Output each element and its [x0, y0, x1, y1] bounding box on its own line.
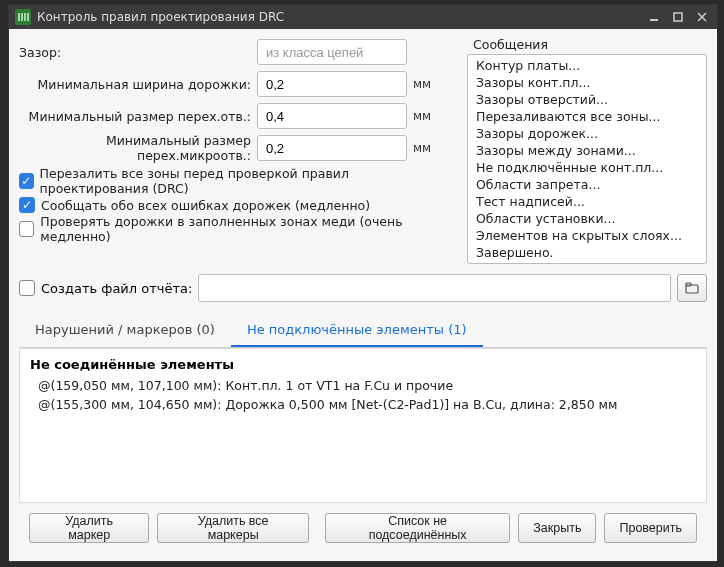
browse-button[interactable] — [677, 274, 707, 302]
messages-title: Сообщения — [467, 37, 707, 52]
test-filled-checkbox[interactable] — [19, 221, 34, 237]
result-row[interactable]: @(155,300 мм, 104,650 мм): Дорожка 0,500… — [30, 395, 696, 414]
message-item[interactable]: Тест надписей... — [468, 193, 706, 210]
close-button[interactable] — [693, 9, 711, 25]
via-size-input[interactable] — [257, 103, 407, 129]
refill-zones-checkbox[interactable] — [19, 173, 34, 189]
clearance-label: Зазор: — [19, 45, 69, 60]
message-item[interactable]: Зазоры отверстий... — [468, 91, 706, 108]
minimize-button[interactable] — [645, 9, 663, 25]
run-drc-button[interactable]: Проверить — [604, 513, 697, 543]
tabs: Нарушений / маркеров (0) Не подключённые… — [19, 314, 707, 348]
message-item[interactable]: Завершено. — [468, 244, 706, 261]
delete-all-markers-button[interactable]: Удалить все маркеры — [157, 513, 309, 543]
report-all-checkbox[interactable] — [19, 197, 35, 213]
close-dialog-button[interactable]: Закрыть — [518, 513, 596, 543]
track-width-input[interactable] — [257, 71, 407, 97]
message-item[interactable]: Зазоры между зонами... — [468, 142, 706, 159]
test-filled-label: Проверять дорожки в заполненных зонах ме… — [40, 214, 455, 244]
messages-list[interactable]: Контур платы... Зазоры конт.пл... Зазоры… — [467, 54, 707, 264]
message-item[interactable]: Перезаливаются все зоны... — [468, 108, 706, 125]
maximize-button[interactable] — [669, 9, 687, 25]
list-unconnected-button[interactable]: Список не подсоединённых — [325, 513, 510, 543]
create-report-label: Создать файл отчёта: — [41, 281, 192, 296]
delete-marker-button[interactable]: Удалить маркер — [29, 513, 149, 543]
refill-zones-label: Перезалить все зоны перед проверкой прав… — [40, 166, 455, 196]
footer: Удалить маркер Удалить все маркеры Списо… — [19, 503, 707, 553]
report-path-input[interactable] — [198, 274, 671, 302]
message-item[interactable]: Зазоры дорожек... — [468, 125, 706, 142]
message-item[interactable]: Области запрета... — [468, 176, 706, 193]
titlebar[interactable]: Контроль правил проектирования DRC — [9, 5, 717, 29]
uvia-size-label: Минимальный размер перех.микроотв.: — [19, 133, 257, 163]
track-width-unit: мм — [407, 77, 437, 91]
uvia-size-input[interactable] — [257, 135, 407, 161]
message-item[interactable]: Не подключённые конт.пл... — [468, 159, 706, 176]
via-size-unit: мм — [407, 109, 437, 123]
message-item[interactable]: Зазоры конт.пл... — [468, 74, 706, 91]
via-size-label: Минимальный размер перех.отв.: — [19, 109, 257, 124]
result-row[interactable]: @(159,050 мм, 107,100 мм): Конт.пл. 1 от… — [30, 376, 696, 395]
message-item[interactable]: Элементов на скрытых слоях... — [468, 227, 706, 244]
create-report-checkbox[interactable] — [19, 280, 35, 296]
tab-violations[interactable]: Нарушений / маркеров (0) — [19, 314, 231, 347]
results-heading: Не соединённые элементы — [30, 357, 696, 372]
message-item[interactable]: Контур платы... — [468, 57, 706, 74]
clearance-input[interactable] — [257, 39, 407, 65]
track-width-label: Минимальная ширина дорожки: — [19, 77, 257, 92]
app-icon — [15, 9, 31, 25]
message-item[interactable]: Области установки... — [468, 210, 706, 227]
results-panel[interactable]: Не соединённые элементы @(159,050 мм, 10… — [19, 348, 707, 503]
uvia-size-unit: мм — [407, 141, 437, 155]
folder-icon — [685, 281, 699, 295]
svg-rect-2 — [674, 13, 682, 21]
tab-unconnected[interactable]: Не подключённые элементы (1) — [231, 314, 483, 347]
drc-dialog: Контроль правил проектирования DRC Зазор… — [8, 4, 718, 562]
window-title: Контроль правил проектирования DRC — [37, 10, 639, 24]
svg-rect-1 — [650, 19, 658, 21]
dialog-content: Зазор: Минимальная ширина дорожки: мм Ми… — [9, 29, 717, 561]
report-all-label: Сообщать обо всех ошибках дорожек (медле… — [41, 198, 370, 213]
